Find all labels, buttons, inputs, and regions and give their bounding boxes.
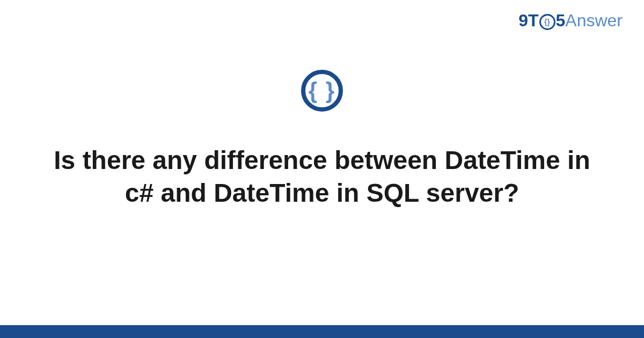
code-braces-icon: { } bbox=[309, 78, 335, 104]
site-logo[interactable]: 9T{}5Answer bbox=[518, 11, 623, 31]
logo-circle-icon: {} bbox=[539, 14, 555, 30]
logo-text-answer: Answer bbox=[565, 11, 623, 31]
question-title: Is there any difference between DateTime… bbox=[43, 144, 601, 210]
logo-text-5: 5 bbox=[556, 11, 566, 31]
logo-circle-braces: {} bbox=[544, 18, 550, 26]
main-content: { } Is there any difference between Date… bbox=[0, 70, 644, 210]
category-badge-icon: { } bbox=[301, 70, 343, 112]
footer-accent-bar bbox=[0, 325, 644, 338]
logo-text-9t: 9T bbox=[518, 11, 538, 31]
